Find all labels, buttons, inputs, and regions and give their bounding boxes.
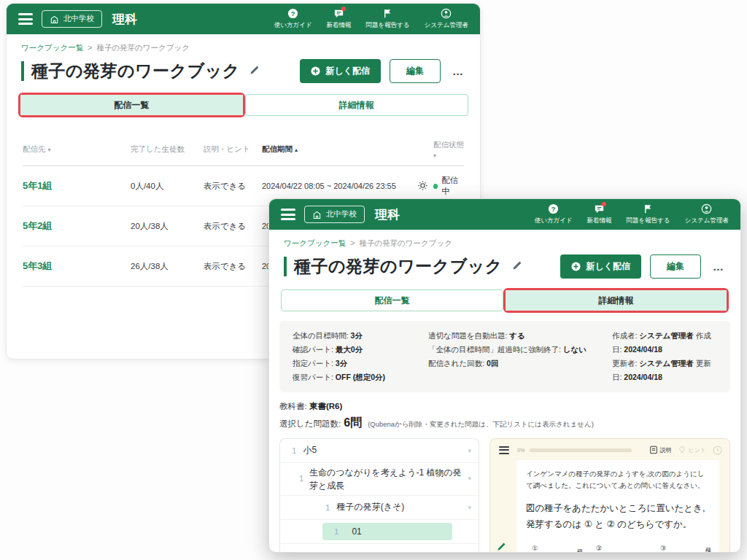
- menu-icon[interactable]: [18, 13, 33, 25]
- edit-button[interactable]: 編集: [390, 59, 441, 83]
- nav-report[interactable]: 問題を報告する: [366, 8, 410, 30]
- col-target[interactable]: 配信先 ▾: [23, 144, 131, 155]
- help-icon: ?: [548, 203, 559, 214]
- notification-badge: [602, 202, 606, 206]
- school-selector[interactable]: 北中学校: [304, 206, 365, 223]
- timer-button[interactable]: [713, 446, 722, 455]
- app-nav: ? 使い方ガイド 新着情報 問題を報告する システム管理者: [274, 8, 468, 30]
- nav-news[interactable]: 新着情報: [327, 8, 352, 30]
- school-selector[interactable]: 北中学校: [42, 10, 102, 28]
- seed-label: 種子: [705, 548, 712, 553]
- plus-circle-icon: [311, 66, 320, 76]
- preview-menu-icon[interactable]: [499, 446, 509, 454]
- cup-figure-3: ③ 種子 かわいた: [654, 545, 710, 553]
- nav-report[interactable]: 問題を報告する: [627, 203, 670, 225]
- class-link[interactable]: 5年1組: [23, 179, 131, 192]
- nav-guide[interactable]: ? 使い方ガイド: [274, 8, 312, 30]
- chevron-down-icon[interactable]: ▾: [468, 504, 471, 511]
- completed-count: 0人/40人: [131, 181, 204, 192]
- breadcrumb-parent[interactable]: ワークブック一覧: [284, 238, 346, 249]
- tab-delivery-list[interactable]: 配信一覧: [281, 289, 503, 311]
- app-header: 北中学校 理科 ? 使い方ガイド 新着情報 問題を報告する システム管理者: [269, 199, 740, 230]
- edit-title-icon[interactable]: [511, 260, 523, 274]
- breadcrumb-separator: >: [350, 238, 355, 249]
- progress-label: 0%: [517, 448, 525, 453]
- question-main-text: 図の種子をあたたかいところに置いたとき,発芽するのは ① と ② のどちらですか…: [526, 500, 710, 533]
- clock-icon: [713, 446, 722, 455]
- more-menu-button[interactable]: …: [449, 65, 467, 77]
- tree-item-topic[interactable]: 1 種子の発芽(きそ) ▾: [280, 496, 479, 520]
- tree-item-unit[interactable]: 1 生命のつながりを考えよう-1 植物の発芽と成長 ▾: [280, 463, 479, 496]
- explanation-button[interactable]: 説明: [649, 446, 671, 454]
- tree-item-question-selected[interactable]: 1 01: [280, 520, 479, 544]
- question-section: 1 小5 ▾ 1 生命のつながりを考えよう-1 植物の発芽と成長 ▾ 1 種子の…: [279, 438, 730, 553]
- completed-count: 20人/38人: [131, 221, 204, 232]
- tree-item-question[interactable]: 2 02: [280, 544, 479, 553]
- tab-details[interactable]: 詳細情報: [506, 290, 727, 311]
- nav-account[interactable]: システム管理者: [425, 8, 468, 30]
- chevron-down-icon[interactable]: ▾: [468, 447, 471, 454]
- sort-down-icon: ▾: [433, 152, 436, 159]
- menu-icon[interactable]: [281, 209, 295, 220]
- breadcrumb: ワークブック一覧 > 種子の発芽のワークブック: [7, 34, 480, 53]
- school-name: 北中学校: [326, 209, 357, 219]
- title-row: 種子の発芽のワークブック 新しく配信 編集 …: [269, 249, 740, 279]
- tab-bar: 配信一覧 詳細情報: [18, 92, 468, 118]
- col-completed: 完了した生徒数: [131, 144, 204, 155]
- edit-button[interactable]: 編集: [650, 254, 701, 279]
- cup-figure-2: ② 種子 だっし綿と水: [590, 545, 646, 553]
- preview-edit-pencil-icon[interactable]: [496, 541, 507, 553]
- breadcrumb-current: 種子の発芽のワークブック: [96, 43, 190, 53]
- more-menu-button[interactable]: …: [710, 260, 727, 273]
- workbook-info-panel: 全体の目標時間: 3分 確認パート: 最大0分 指定パート: 3分 復習パート:…: [279, 321, 730, 392]
- title-actions: 新しく配信 編集 …: [560, 254, 727, 279]
- hint-button[interactable]: ヒント: [678, 446, 706, 454]
- tree-item-grade[interactable]: 1 小5 ▾: [280, 439, 479, 463]
- subject-title: 理科: [112, 11, 137, 28]
- new-delivery-button[interactable]: 新しく配信: [300, 59, 381, 83]
- nav-news[interactable]: 新着情報: [587, 203, 612, 225]
- notification-badge: [341, 7, 346, 11]
- selected-question-pill: 1 01: [322, 523, 452, 540]
- textbook-line: 教科書: 東書(R6): [279, 401, 730, 412]
- svg-text:?: ?: [291, 10, 295, 18]
- question-intro-text: インゲンマメの種子の発芽のようすを,次の図のようにして調べました。これについて,…: [526, 468, 710, 492]
- hint-visibility: 表示できる: [204, 221, 262, 232]
- tab-delivery-list[interactable]: 配信一覧: [20, 95, 243, 115]
- gear-icon[interactable]: [417, 180, 433, 192]
- annotation-highlight-box: 配信一覧: [18, 93, 245, 117]
- status-badge: 配信中: [433, 175, 464, 197]
- question-preview-panel: 0% 説明 ヒント インゲンマメの種子の発: [489, 438, 730, 553]
- new-delivery-button[interactable]: 新しく配信: [560, 254, 641, 279]
- note-icon: [649, 446, 658, 454]
- tab-bar: 配信一覧 詳細情報: [281, 287, 729, 314]
- breadcrumb-parent[interactable]: ワークブック一覧: [21, 43, 83, 53]
- svg-text:?: ?: [551, 206, 556, 213]
- class-link[interactable]: 5年3組: [23, 260, 131, 273]
- tab-details[interactable]: 詳細情報: [245, 94, 469, 116]
- info-column-meta: 作成者: システム管理者 作成日: 2024/04/18 更新者: システム管理…: [612, 329, 717, 384]
- edit-title-icon[interactable]: [249, 64, 260, 79]
- nav-account[interactable]: システム管理者: [685, 203, 729, 225]
- flag-icon: [382, 8, 393, 19]
- col-period[interactable]: 配信期間 ▴: [262, 144, 417, 155]
- info-column-settings: 適切な問題を自動出題: する 「全体の目標時間」超過時に強制終了: しない 配信…: [428, 329, 612, 384]
- question-count-note: (Qubenaから削除・変更された問題は、下記リストには表示されません): [368, 420, 594, 429]
- nav-guide[interactable]: ? 使い方ガイド: [535, 203, 573, 225]
- hint-visibility: 表示できる: [204, 261, 262, 272]
- title-accent-bar: [284, 257, 287, 276]
- col-hint: 説明・ヒント: [204, 144, 262, 155]
- status-dot-icon: [433, 184, 438, 189]
- sort-down-icon: ▾: [47, 147, 50, 153]
- experiment-figure: ① 種子 水でしめらせた: [526, 545, 710, 553]
- school-name: 北中学校: [63, 14, 94, 24]
- col-status[interactable]: 配信状態 ▾: [433, 140, 464, 159]
- question-count-line: 選択した問題数: 6問 (Qubenaから削除・変更された問題は、下記リストには…: [279, 416, 730, 431]
- chevron-down-icon[interactable]: ▾: [468, 474, 471, 484]
- class-link[interactable]: 5年2組: [23, 219, 131, 233]
- breadcrumb-current: 種子の発芽のワークブック: [359, 238, 452, 249]
- app-nav: ? 使い方ガイド 新着情報 問題を報告する システム管理者: [535, 203, 729, 225]
- sort-up-icon: ▴: [295, 147, 298, 153]
- hint-visibility: 表示できる: [204, 181, 262, 192]
- breadcrumb: ワークブック一覧 > 種子の発芽のワークブック: [269, 230, 740, 249]
